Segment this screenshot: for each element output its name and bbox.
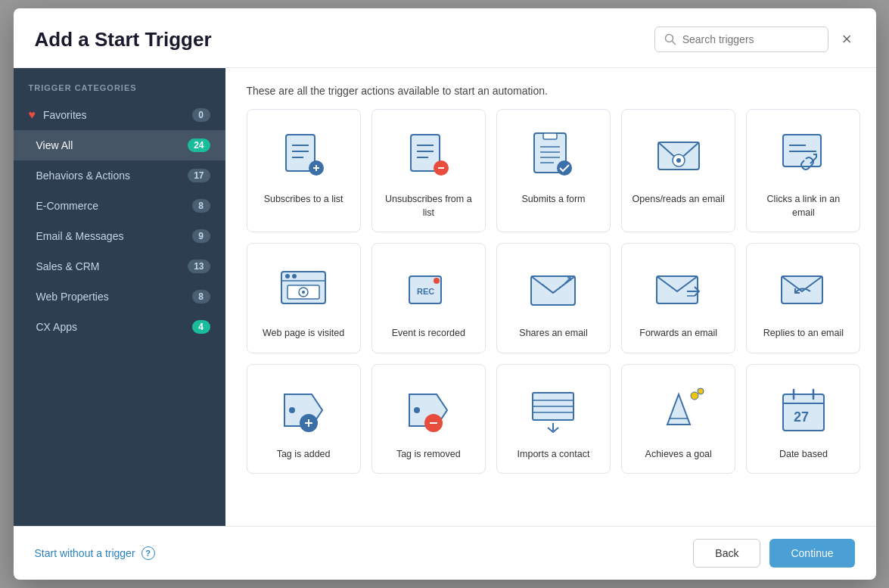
trigger-icon-event-recorded: REC [398, 259, 458, 319]
sidebar-item-label: View All [36, 139, 181, 151]
svg-point-44 [289, 407, 295, 413]
sidebar-item-favorites[interactable]: ♥ Favorites 0 [14, 100, 225, 130]
trigger-icon-subscribes-list [273, 125, 334, 185]
content-description: These are all the trigger actions availa… [225, 68, 876, 109]
trigger-card-unsubscribes-list[interactable]: Unsubscribes from a list [371, 109, 486, 232]
trigger-label: Submits a form [521, 193, 585, 207]
svg-rect-16 [543, 133, 557, 139]
sidebar-item-badge: 24 [188, 138, 210, 152]
svg-point-48 [414, 407, 420, 413]
svg-point-37 [434, 278, 440, 284]
trigger-label: Shares an email [519, 327, 587, 341]
trigger-card-web-page-visited[interactable]: Web page is visited [247, 243, 361, 353]
help-icon: ? [141, 546, 155, 560]
trigger-label: Tag is added [277, 448, 331, 462]
svg-point-57 [698, 388, 704, 394]
trigger-card-submits-form[interactable]: Submits a form [496, 109, 611, 232]
trigger-label: Replies to an email [763, 327, 844, 341]
trigger-icon-unsubscribes-list [398, 125, 458, 185]
trigger-icon-tag-added [273, 380, 334, 440]
sidebar-item-label: Behaviors & Actions [36, 170, 181, 182]
svg-point-30 [285, 274, 290, 278]
trigger-icon-web-page-visited [273, 259, 334, 319]
trigger-icon-submits-form [523, 125, 583, 185]
sidebar-item-badge: 8 [192, 290, 210, 303]
sidebar-item-web-properties[interactable]: Web Properties 8 [14, 282, 225, 312]
modal-footer: Start without a trigger ? Back Continue [14, 526, 876, 580]
trigger-icon-opens-email [648, 125, 709, 185]
sidebar-item-label: Sales & CRM [36, 260, 181, 272]
trigger-label: Event is recorded [392, 327, 465, 341]
sidebar-item-sales-crm[interactable]: Sales & CRM 13 [14, 251, 225, 282]
trigger-label: Web page is visited [263, 327, 344, 341]
trigger-icon-shares-email [523, 259, 583, 319]
trigger-label: Achieves a goal [645, 448, 712, 462]
start-without-trigger-link[interactable]: Start without a trigger ? [35, 546, 155, 560]
sidebar-item-label: Email & Messages [36, 230, 185, 242]
sidebar-item-email-messages[interactable]: Email & Messages 9 [14, 221, 225, 251]
sidebar-item-label: CX Apps [36, 321, 185, 333]
trigger-card-replies-email[interactable]: Replies to an email [746, 243, 860, 353]
trigger-label: Opens/reads an email [633, 193, 725, 207]
sidebar-item-badge: 8 [192, 199, 210, 213]
sidebar-item-label: Web Properties [36, 291, 185, 303]
trigger-icon-date-trigger: 27 [773, 380, 834, 440]
sidebar-item-e-commerce[interactable]: E-Commerce 8 [14, 191, 225, 221]
back-button[interactable]: Back [693, 539, 760, 568]
modal-header: Add a Start Trigger × [14, 8, 876, 68]
trigger-card-forwards-email[interactable]: Forwards an email [621, 243, 735, 353]
continue-button[interactable]: Continue [769, 539, 854, 568]
trigger-card-opens-email[interactable]: Opens/reads an email [621, 109, 735, 232]
trigger-card-achieves-goal[interactable]: Achieves a goal [621, 364, 735, 474]
main-content: These are all the trigger actions availa… [225, 68, 876, 526]
footer-buttons: Back Continue [693, 539, 854, 568]
modal: Add a Start Trigger × TRIGGER CATEGORIES… [14, 8, 876, 580]
sidebar-item-label: Favorites [43, 109, 185, 121]
trigger-card-subscribes-list[interactable]: Subscribes to a list [247, 109, 361, 232]
trigger-icon-achieves-goal [648, 380, 709, 440]
svg-point-21 [557, 160, 572, 176]
trigger-label: Unsubscribes from a list [380, 193, 477, 219]
trigger-card-tag-added[interactable]: Tag is added [247, 364, 361, 474]
trigger-card-event-recorded[interactable]: REC Event is recorded [371, 243, 486, 353]
trigger-icon-forwards-email [648, 259, 709, 319]
triggers-area: Subscribes to a list Unsubscribes from a… [225, 109, 876, 526]
svg-text:REC: REC [417, 287, 434, 296]
search-box[interactable] [654, 26, 828, 52]
sidebar-item-badge: 4 [192, 320, 210, 334]
trigger-card-tag-removed[interactable]: Tag is removed [371, 364, 486, 474]
trigger-icon-replies-email [773, 259, 834, 319]
trigger-icon-clicks-link-email [773, 125, 834, 185]
trigger-label: Imports a contact [518, 448, 590, 462]
sidebar-item-view-all[interactable]: View All 24 [14, 130, 225, 160]
trigger-card-date-trigger[interactable]: 27 Date based [746, 364, 860, 474]
svg-text:27: 27 [794, 409, 809, 425]
trigger-label: Clicks a link in an email [754, 193, 852, 219]
search-icon [664, 33, 676, 45]
heart-icon: ♥ [29, 108, 36, 122]
trigger-card-clicks-link-email[interactable]: Clicks a link in an email [746, 109, 860, 232]
modal-body: TRIGGER CATEGORIES ♥ Favorites 0 View Al… [14, 68, 876, 526]
trigger-label: Forwards an email [639, 327, 717, 341]
trigger-label: Date based [779, 448, 828, 462]
trigger-icon-tag-removed [398, 380, 458, 440]
modal-title: Add a Start Trigger [35, 28, 212, 51]
sidebar-section-label: TRIGGER CATEGORIES [14, 83, 225, 100]
trigger-card-shares-email[interactable]: Shares an email [496, 243, 611, 353]
header-right: × [654, 26, 855, 52]
sidebar: TRIGGER CATEGORIES ♥ Favorites 0 View Al… [14, 68, 225, 526]
sidebar-item-badge: 9 [192, 229, 210, 243]
svg-point-56 [691, 392, 698, 400]
sidebar-item-label: E-Commerce [36, 200, 185, 212]
sidebar-item-badge: 0 [192, 108, 210, 122]
trigger-card-import-contact[interactable]: Imports a contact [496, 364, 611, 474]
sidebar-item-cx-apps[interactable]: CX Apps 4 [14, 312, 225, 342]
trigger-icon-import-contact [523, 380, 583, 440]
svg-point-24 [676, 158, 681, 163]
start-without-label: Start without a trigger [35, 547, 135, 559]
sidebar-item-behaviors-actions[interactable]: Behaviors & Actions 17 [14, 160, 225, 191]
search-input[interactable] [682, 33, 819, 45]
sidebar-item-badge: 13 [188, 260, 210, 273]
close-button[interactable]: × [839, 28, 855, 51]
svg-line-1 [672, 42, 675, 45]
